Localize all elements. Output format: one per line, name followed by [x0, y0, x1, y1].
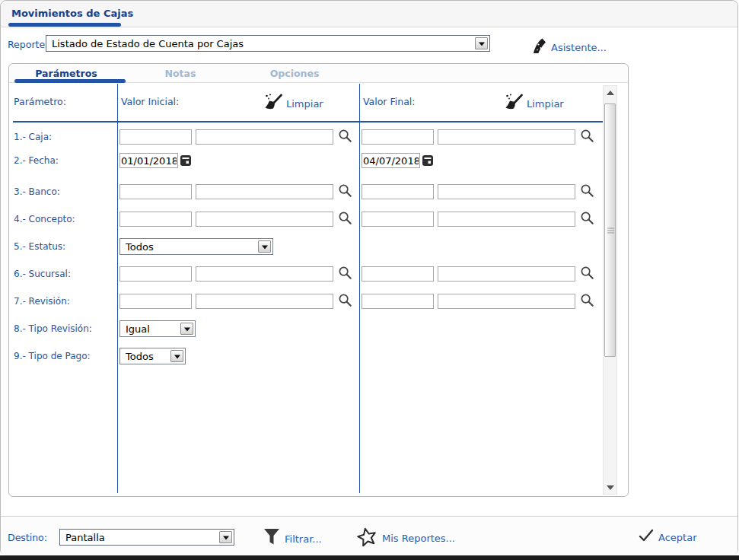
sucursal-final-code-input[interactable] [362, 266, 434, 282]
search-icon [338, 134, 352, 145]
chevron-down-icon[interactable] [475, 37, 488, 49]
assistant-button[interactable]: Asistente... [531, 37, 607, 57]
app-window: Movimientos de Cajas Reporte: Listado de… [0, 0, 738, 555]
search-icon [580, 216, 594, 228]
concepto-initial-desc-input[interactable] [196, 212, 333, 227]
calendar-icon [180, 158, 192, 169]
param-label-estatus: 5.- Estatus: [14, 241, 65, 252]
revision-final-desc-input[interactable] [438, 294, 575, 309]
broom-icon [264, 93, 282, 114]
report-select[interactable]: Listado de Estado de Cuenta por Cajas [46, 35, 490, 52]
my-reports-button[interactable]: Mis Reportes... [357, 527, 455, 550]
scroll-up-button[interactable] [604, 86, 616, 99]
parameters-panel: Parámetros Notas Opciones Parámetro: Val… [8, 63, 629, 497]
clear-final-button[interactable]: Limpiar [505, 93, 564, 114]
sucursal-initial-code-input[interactable] [119, 266, 192, 282]
concepto-initial-code-input[interactable] [119, 212, 192, 227]
estatus-select-value: Todos [126, 241, 154, 253]
caja-final-search-button[interactable] [579, 129, 594, 144]
chevron-down-icon[interactable] [219, 531, 232, 543]
search-icon [338, 271, 352, 282]
estatus-select[interactable]: Todos [119, 238, 273, 255]
tab-opciones[interactable]: Opciones [237, 64, 352, 83]
fecha-initial-date-input[interactable] [119, 153, 178, 168]
concepto-final-code-input[interactable] [362, 212, 434, 227]
scrollbar-grip [607, 226, 614, 234]
destination-select[interactable]: Pantalla [59, 529, 234, 546]
fecha-final-date-input[interactable] [362, 153, 420, 168]
tab-notas[interactable]: Notas [123, 64, 237, 83]
caja-initial-search-button[interactable] [337, 129, 352, 144]
tipo-de-pago-select[interactable]: Todos [119, 348, 186, 364]
report-select-value: Listado de Estado de Cuenta por Cajas [52, 38, 244, 49]
revision-initial-desc-input[interactable] [196, 294, 333, 309]
broom-icon [505, 93, 523, 114]
banco-initial-desc-input[interactable] [196, 184, 333, 199]
concepto-initial-search-button[interactable] [337, 211, 352, 226]
scroll-down-button[interactable] [604, 481, 616, 494]
param-label-tipo-revision: 8.- Tipo Revisión: [14, 323, 92, 334]
search-icon [580, 134, 594, 145]
my-reports-label: Mis Reportes... [382, 533, 455, 544]
tab-active-underline [14, 79, 126, 83]
scrollbar-thumb[interactable] [604, 103, 616, 357]
wizard-icon [531, 37, 546, 57]
revision-initial-code-input[interactable] [119, 294, 192, 309]
fecha-final-date-picker-button[interactable] [421, 154, 434, 167]
destination-label: Destino: [8, 532, 47, 543]
search-icon [580, 298, 594, 310]
panel-tabstrip: Parámetros Notas Opciones [9, 64, 628, 83]
accept-button[interactable]: Aceptar [639, 529, 696, 546]
search-icon [338, 298, 352, 310]
parameters-content: Parámetro: Valor Inicial: Valor Final: L… [9, 84, 628, 496]
search-icon [580, 189, 594, 200]
concepto-final-search-button[interactable] [579, 211, 594, 226]
fecha-initial-date-picker-button[interactable] [179, 154, 192, 167]
filter-label: Filtrar... [285, 533, 322, 545]
clear-initial-label: Limpiar [286, 98, 323, 110]
clear-initial-button[interactable]: Limpiar [264, 93, 323, 114]
param-label-revision: 7.- Revisión: [14, 296, 70, 307]
param-label-sucursal: 6.- Sucursal: [14, 269, 71, 279]
sucursal-final-search-button[interactable] [579, 266, 594, 281]
revision-final-search-button[interactable] [579, 293, 594, 308]
param-label-tipo-de-pago: 9.- Tipo de Pago: [14, 351, 91, 361]
funnel-icon [263, 528, 280, 549]
param-label-caja: 1.- Caja: [14, 132, 52, 142]
star-icon [355, 525, 380, 552]
calendar-icon [422, 158, 434, 169]
banco-final-search-button[interactable] [579, 183, 594, 199]
banco-initial-code-input[interactable] [119, 184, 192, 199]
sucursal-initial-desc-input[interactable] [196, 266, 333, 282]
vertical-scrollbar[interactable] [603, 85, 617, 495]
caja-final-code-input[interactable] [362, 129, 434, 145]
tipo-revision-select[interactable]: Igual [119, 320, 196, 337]
param-label-fecha: 2.- Fecha: [14, 155, 59, 166]
clear-final-label: Limpiar [527, 98, 564, 110]
banco-initial-search-button[interactable] [337, 183, 352, 199]
filter-button[interactable]: Filtrar... [263, 528, 322, 549]
revision-initial-search-button[interactable] [337, 293, 352, 308]
initial-value-column-header: Valor Inicial: [121, 96, 179, 107]
tab-parametros[interactable]: Parámetros [9, 64, 123, 83]
tipo-revision-select-value: Igual [126, 323, 150, 335]
caja-final-desc-input[interactable] [438, 129, 575, 145]
banco-final-desc-input[interactable] [438, 184, 575, 199]
chevron-down-icon[interactable] [180, 323, 193, 335]
concepto-final-desc-input[interactable] [438, 212, 575, 227]
screen-bottom-edge [0, 555, 739, 560]
sucursal-initial-search-button[interactable] [337, 266, 352, 281]
chevron-down-icon[interactable] [258, 240, 271, 253]
caja-initial-desc-input[interactable] [196, 129, 333, 145]
caja-initial-code-input[interactable] [119, 129, 192, 145]
banco-final-code-input[interactable] [362, 184, 434, 199]
revision-final-code-input[interactable] [362, 294, 434, 309]
param-label-banco: 3.- Banco: [14, 186, 60, 197]
chevron-down-icon[interactable] [170, 350, 183, 362]
accept-label: Aceptar [658, 532, 696, 543]
sucursal-final-desc-input[interactable] [438, 266, 575, 282]
column-divider-final [359, 84, 360, 493]
search-icon [338, 189, 352, 200]
title-active-underline [8, 23, 121, 27]
page-title: Movimientos de Cajas [11, 8, 133, 19]
